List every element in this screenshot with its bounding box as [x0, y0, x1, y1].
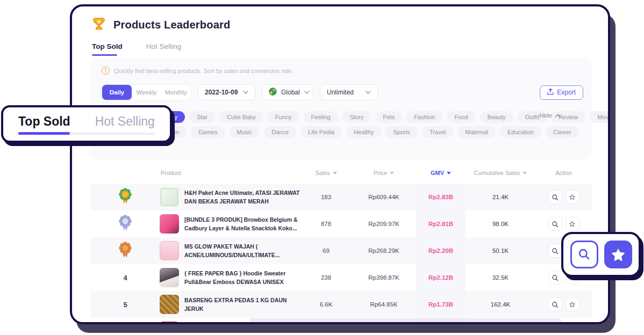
chevron-down-icon	[304, 89, 310, 96]
rank-cell: 5	[91, 301, 145, 309]
tag-movie[interactable]: Movie	[590, 111, 610, 123]
tag-feeling[interactable]: Feeling	[304, 111, 338, 123]
column-gmv-label: GMV	[431, 170, 444, 176]
info-icon: !	[102, 67, 110, 75]
tag-games[interactable]: Games	[191, 126, 225, 138]
tag-fashion[interactable]: Fashion	[406, 111, 442, 123]
tabs-zoom-callout: Top Sold Hot Selling	[1, 105, 172, 143]
sort-caret-icon	[447, 172, 451, 174]
tag-travel[interactable]: Travel	[422, 126, 453, 138]
tag-life-pedia[interactable]: Life Pedia	[300, 126, 342, 138]
bronze-medal-icon	[118, 242, 132, 260]
card-header: Products Leaderboard	[91, 16, 230, 33]
sort-caret-icon	[390, 172, 394, 174]
info-row: ! Quickly find best-selling products. So…	[102, 67, 293, 75]
column-gmv[interactable]: GMV	[416, 170, 466, 176]
search-product-button[interactable]	[548, 297, 562, 311]
favorite-product-button[interactable]	[566, 190, 579, 204]
product-cell[interactable]: MS GLOW PAKET WAJAH ( ACNE/LUMINOUS/DNA/…	[145, 241, 300, 260]
date-value: 2022-10-09	[205, 89, 239, 96]
callout-tab-hot-selling[interactable]: Hot Selling	[95, 114, 155, 129]
price-cell: Rp268.29K	[352, 247, 416, 254]
search-product-button[interactable]	[548, 271, 562, 285]
tag-sports[interactable]: Sports	[385, 126, 418, 138]
search-product-button[interactable]	[548, 190, 562, 204]
tag-food[interactable]: Food	[447, 111, 475, 123]
cumulative-cell: 32.5K	[466, 274, 535, 281]
favorite-product-button-large[interactable]	[604, 241, 632, 268]
callout-tab-track	[18, 133, 155, 135]
tag-cutie-baby[interactable]: Cutie Baby	[219, 111, 263, 123]
column-action: Action	[535, 170, 592, 176]
action-cell	[535, 217, 592, 231]
product-thumbnail	[160, 322, 179, 324]
product-thumbnail	[160, 241, 179, 260]
product-thumbnail	[160, 187, 179, 207]
chevron-down-icon	[243, 89, 248, 96]
favorite-product-button[interactable]	[566, 297, 579, 311]
search-product-button[interactable]	[548, 217, 562, 231]
rank-cell	[91, 188, 145, 207]
tab-top-sold[interactable]: Top Sold	[92, 42, 123, 56]
tag-beauty[interactable]: Beauty	[480, 111, 513, 123]
callout-active-tab-underline	[18, 132, 70, 135]
leaderboard-card: Products Leaderboard Top Sold Hot Sellin…	[70, 4, 610, 324]
product-title: { FREE PAPER BAG } Hoodie Sweater Pull&B…	[184, 269, 300, 287]
column-cumulative-label: Cumulative Sales	[474, 170, 520, 176]
export-label: Export	[557, 89, 576, 96]
limit-select[interactable]: Unlimited	[320, 84, 378, 100]
column-sales[interactable]: Sales	[300, 170, 352, 176]
product-thumbnail	[160, 214, 179, 234]
gmv-cell: Rp2.81B	[416, 210, 466, 237]
search-product-button[interactable]	[548, 244, 562, 258]
cumulative-cell: 21.4K	[466, 194, 535, 200]
sales-cell: 183	[300, 194, 352, 200]
period-weekly-button[interactable]: Weekly	[132, 85, 161, 100]
table-row: MS GLOW PAKET WAJAH ( ACNE/LUMINOUS/DNA/…	[91, 237, 592, 264]
search-product-button-large[interactable]	[570, 241, 598, 268]
column-cumulative-sales[interactable]: Cumulative Sales	[466, 170, 535, 176]
action-cell	[535, 297, 592, 311]
tag-music[interactable]: Music	[230, 126, 260, 138]
date-select[interactable]: 2022-10-09	[198, 84, 255, 100]
column-price[interactable]: Price	[352, 170, 416, 176]
search-icon	[552, 301, 559, 308]
product-cell[interactable]: H&H Paket Acne Ultimate, ATASI JERAWAT D…	[145, 187, 300, 207]
horizontal-scrollbar[interactable]	[249, 318, 561, 324]
product-cell[interactable]: [BUNDLE 3 PRODUK] Browbox Belgium & Cadb…	[145, 214, 300, 234]
sales-cell: 238	[300, 274, 352, 281]
favorite-product-button[interactable]	[566, 217, 579, 231]
tags-row-2: Entertain Games Music Dance Life Pedia H…	[148, 126, 579, 138]
cumulative-cell: 50.1K	[466, 247, 535, 254]
callout-tab-top-sold[interactable]: Top Sold	[18, 114, 70, 129]
sort-caret-icon	[333, 172, 337, 174]
hide-tags-toggle[interactable]: Hide	[539, 112, 561, 119]
export-button[interactable]: Export	[540, 85, 583, 100]
tab-top-sold-label: Top Sold	[92, 42, 123, 50]
trophy-icon	[91, 16, 106, 33]
tag-story[interactable]: Story	[342, 111, 371, 123]
sales-cell: 878	[300, 221, 352, 227]
tag-maternal[interactable]: Maternal	[457, 126, 496, 138]
product-cell[interactable]: BASRENG EXTRA PEDAS 1 KG DAUN JERUK	[145, 295, 300, 314]
gold-medal-icon	[118, 188, 132, 207]
tag-dance[interactable]: Dance	[264, 126, 296, 138]
star-icon	[569, 194, 576, 201]
tag-career[interactable]: Career	[546, 126, 579, 138]
table-row: H&H Paket Acne Ultimate, ATASI JERAWAT D…	[91, 184, 592, 210]
column-sales-label: Sales	[315, 170, 330, 176]
search-icon	[552, 274, 559, 281]
period-monthly-button[interactable]: Monthly	[161, 85, 191, 100]
tag-funny[interactable]: Funny	[268, 111, 299, 123]
region-value: Global	[281, 89, 300, 96]
period-daily-button[interactable]: Daily	[102, 85, 132, 100]
tag-star[interactable]: Star	[189, 111, 215, 123]
tag-healthy[interactable]: Healthy	[346, 126, 381, 138]
region-select[interactable]: Global	[262, 84, 313, 100]
tab-hot-selling[interactable]: Hot Selling	[146, 42, 181, 56]
active-tab-underline	[92, 54, 117, 56]
tag-pets[interactable]: Pets	[375, 111, 402, 123]
tag-education[interactable]: Education	[500, 126, 541, 138]
column-product[interactable]: Product	[145, 170, 300, 176]
product-cell[interactable]: { FREE PAPER BAG } Hoodie Sweater Pull&B…	[145, 268, 300, 287]
